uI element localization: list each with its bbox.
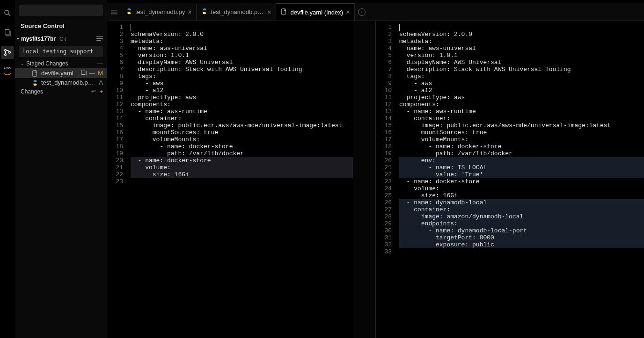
code-line[interactable]: metadata:	[131, 38, 353, 45]
source-control-icon[interactable]	[1, 46, 14, 59]
close-icon[interactable]: ×	[346, 8, 350, 16]
tab-menu-icon[interactable]	[107, 3, 121, 21]
code-line[interactable]	[399, 24, 644, 31]
chevron-down-icon: ⌄	[21, 61, 24, 66]
svg-rect-8	[96, 40, 101, 41]
code-line[interactable]: exposure: public	[399, 241, 644, 248]
code-line[interactable]: container:	[131, 115, 353, 122]
commit-message-input[interactable]	[19, 46, 103, 57]
code-line[interactable]: endpoints:	[399, 220, 644, 227]
stage-all-icon[interactable]: +	[100, 88, 103, 95]
file-name: test_dynamodb.p…	[41, 79, 95, 86]
svg-rect-12	[111, 12, 117, 12]
code-line[interactable]: displayName: AWS Universal	[131, 59, 353, 66]
code-line[interactable]: value: 'True'	[399, 171, 644, 178]
gutter-left: 1234567891011121314151617181920212223	[107, 21, 127, 338]
search-icon[interactable]	[1, 7, 14, 20]
code-line[interactable]	[131, 24, 353, 31]
editor-tab[interactable]: devfile.yaml (Index)×	[276, 3, 355, 21]
code-line[interactable]	[399, 248, 644, 255]
staged-file-row[interactable]: devfile.yaml—M	[15, 68, 107, 78]
staged-changes-section[interactable]: ⌄ Staged Changes —	[15, 59, 107, 68]
code-line[interactable]: - aws	[131, 80, 353, 87]
editor-tab[interactable]: test_dynamodb.py×	[121, 3, 197, 21]
code-line[interactable]: name: aws-universal	[131, 45, 353, 52]
code-line[interactable]: mountSources: true	[399, 129, 644, 136]
code-right[interactable]: schemaVersion: 2.0.0metadata: name: aws-…	[395, 21, 644, 338]
code-line[interactable]: path: /var/lib/docker	[131, 150, 353, 157]
unstage-all-icon[interactable]: —	[97, 60, 103, 67]
new-tab-button[interactable]: +	[355, 3, 369, 21]
code-line[interactable]: image: public.ecr.aws/aws-mde/universal-…	[131, 122, 353, 129]
activity-bar: aws	[0, 0, 15, 338]
code-line[interactable]: - a12	[131, 87, 353, 94]
tab-label: test_dynamodb.py	[135, 8, 185, 15]
code-line[interactable]: - name: aws-runtime	[399, 108, 644, 115]
repo-name: mysfits177br	[21, 36, 56, 42]
code-line[interactable]: tags:	[131, 73, 353, 80]
code-line[interactable]	[131, 178, 353, 185]
code-line[interactable]: - aws	[399, 80, 644, 87]
tab-icon	[126, 8, 132, 16]
open-file-icon[interactable]	[80, 69, 87, 77]
code-line[interactable]: projectType: aws	[131, 94, 353, 101]
code-line[interactable]: - name: IS_LOCAL	[399, 164, 644, 171]
code-line[interactable]: container:	[399, 115, 644, 122]
code-line[interactable]: - name: docker-store	[131, 157, 353, 164]
code-line[interactable]: projectType: aws	[399, 94, 644, 101]
svg-rect-7	[96, 38, 103, 39]
repo-actions-icon[interactable]	[96, 35, 103, 42]
svg-rect-13	[111, 14, 117, 14]
staged-file-row[interactable]: test_dynamodb.p…A	[15, 78, 107, 87]
code-line[interactable]: mountSources: true	[131, 129, 353, 136]
code-line[interactable]: image: public.ecr.aws/aws-mde/universal-…	[399, 122, 644, 129]
svg-rect-11	[111, 10, 117, 10]
code-line[interactable]: version: 1.0.1	[399, 52, 644, 59]
code-line[interactable]: targetPort: 8000	[399, 234, 644, 241]
aws-icon[interactable]: aws	[1, 65, 14, 79]
code-line[interactable]: components:	[131, 101, 353, 108]
code-line[interactable]: displayName: AWS Universal	[399, 59, 644, 66]
code-line[interactable]: - name: dynamodb-local-port	[399, 227, 644, 234]
code-line[interactable]: - name: docker-store	[399, 143, 644, 150]
sidebar-search[interactable]	[19, 5, 103, 16]
close-icon[interactable]: ×	[188, 8, 191, 16]
code-line[interactable]: description: Stack with AWS Universal To…	[131, 66, 353, 73]
code-line[interactable]: env:	[399, 157, 644, 164]
code-left[interactable]: schemaVersion: 2.0.0metadata: name: aws-…	[127, 21, 353, 338]
sidebar-title: Source Control	[15, 19, 107, 34]
editor-tab[interactable]: test_dynamodb.py (Inc×	[197, 3, 276, 21]
code-line[interactable]: volumeMounts:	[131, 136, 353, 143]
minimap-left[interactable]	[353, 21, 375, 338]
code-line[interactable]: - name: dynamodb-local	[399, 199, 644, 206]
svg-line-1	[8, 14, 10, 16]
code-line[interactable]: schemaVersion: 2.0.0	[131, 31, 353, 38]
code-line[interactable]: - name: aws-runtime	[131, 108, 353, 115]
code-line[interactable]: schemaVersion: 2.0.0	[399, 31, 644, 38]
close-icon[interactable]: ×	[267, 8, 271, 16]
files-icon[interactable]	[1, 26, 14, 39]
discard-icon[interactable]: ↶	[91, 88, 96, 95]
code-line[interactable]: container:	[399, 206, 644, 213]
code-line[interactable]: path: /var/lib/docker	[399, 150, 644, 157]
code-line[interactable]: metadata:	[399, 38, 644, 45]
code-line[interactable]: name: aws-universal	[399, 45, 644, 52]
staged-label: Staged Changes	[26, 60, 68, 67]
diff-left-panel: 1234567891011121314151617181920212223 sc…	[107, 21, 375, 338]
code-line[interactable]: size: 16Gi	[131, 171, 353, 178]
code-line[interactable]: volumeMounts:	[399, 136, 644, 143]
code-line[interactable]: - name: docker-store	[131, 143, 353, 150]
code-line[interactable]: description: Stack with AWS Universal To…	[399, 66, 644, 73]
repo-header[interactable]: ▾ mysfits177br Git	[15, 34, 107, 44]
code-line[interactable]: image: amazon/dynamodb-local	[399, 213, 644, 220]
code-line[interactable]: - a12	[399, 87, 644, 94]
code-line[interactable]: version: 1.0.1	[131, 52, 353, 59]
code-line[interactable]: components:	[399, 101, 644, 108]
code-line[interactable]: size: 16Gi	[399, 192, 644, 199]
code-line[interactable]: - name: docker-store	[399, 178, 644, 185]
code-line[interactable]: tags:	[399, 73, 644, 80]
chevron-down-icon: ▾	[17, 36, 19, 41]
code-line[interactable]: volume:	[131, 164, 353, 171]
code-line[interactable]: volume:	[399, 185, 644, 192]
changes-section[interactable]: Changes ↶ +	[15, 87, 107, 96]
